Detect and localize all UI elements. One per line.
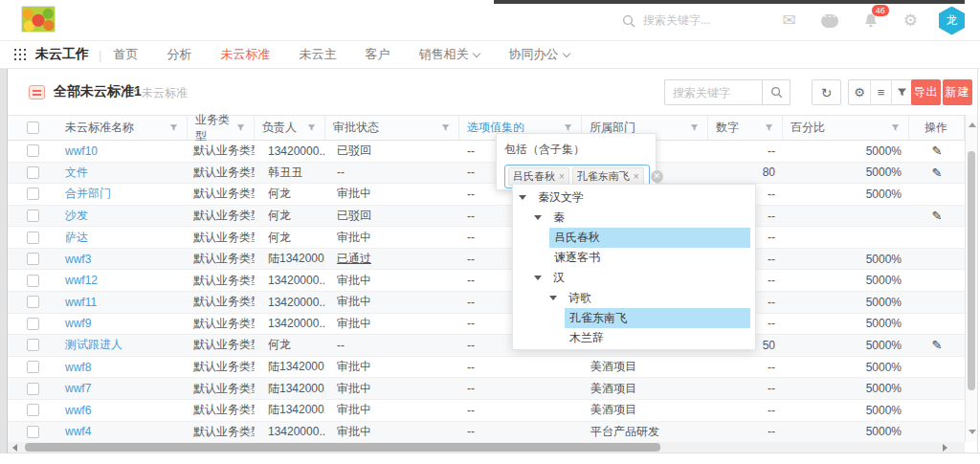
row-checkbox[interactable]: [27, 210, 39, 222]
vertical-scrollbar[interactable]: [965, 115, 977, 442]
tree-node[interactable]: 秦: [513, 208, 755, 228]
tree-node-label[interactable]: 诗歌: [564, 288, 750, 308]
tree-node-label[interactable]: 孔雀东南飞: [565, 308, 750, 328]
app-logo[interactable]: [21, 6, 56, 33]
edit-pencil-icon[interactable]: ✎: [932, 338, 943, 352]
record-name-link[interactable]: 沙发: [65, 209, 88, 222]
tree-expand-caret-icon[interactable]: [549, 296, 557, 300]
record-name-link[interactable]: wwf10: [65, 144, 98, 158]
tree-node[interactable]: 谏逐客书: [513, 248, 755, 268]
tree-node-label[interactable]: 木兰辞: [565, 328, 750, 348]
tree-node-label[interactable]: 汉: [548, 268, 750, 288]
nav-item-7[interactable]: 协同办公: [508, 46, 569, 63]
scroll-left-arrow[interactable]: [12, 444, 17, 452]
row-checkbox[interactable]: [27, 383, 39, 395]
tree-expand-caret-icon[interactable]: [534, 276, 542, 280]
tree-node[interactable]: 汉: [513, 268, 755, 288]
nav-item-4[interactable]: 未云主: [299, 46, 336, 63]
scroll-up-arrow[interactable]: [969, 122, 976, 127]
view-title[interactable]: 全部未云标准1: [54, 83, 142, 100]
column-settings-gear-icon[interactable]: ⚙: [849, 80, 870, 104]
column-header-9[interactable]: 操作: [909, 116, 965, 140]
export-button[interactable]: 导出: [911, 79, 941, 105]
row-checkbox[interactable]: [27, 318, 39, 330]
tree-node-label[interactable]: 秦: [548, 208, 750, 228]
mail-icon[interactable]: ✉: [783, 11, 796, 31]
row-checkbox[interactable]: [27, 426, 39, 438]
row-checkbox[interactable]: [27, 339, 39, 351]
tree-node-label[interactable]: 吕氏春秋: [549, 228, 750, 248]
filter-funnel-icon[interactable]: [441, 123, 450, 132]
record-name-link[interactable]: wwf7: [65, 382, 91, 395]
row-checkbox[interactable]: [27, 144, 39, 157]
filter-funnel-icon[interactable]: [169, 123, 178, 132]
edit-pencil-icon[interactable]: ✎: [932, 166, 943, 180]
horizontal-scrollbar[interactable]: [8, 442, 965, 453]
scroll-right-arrow[interactable]: [943, 444, 947, 452]
record-name-link[interactable]: wwf11: [65, 296, 97, 309]
record-name-link[interactable]: wwf8: [65, 361, 91, 374]
tree-node[interactable]: 木兰辞: [513, 328, 755, 348]
record-name-link[interactable]: 萨达: [65, 231, 88, 244]
tree-node[interactable]: 秦汉文学: [513, 188, 755, 208]
app-grid-icon[interactable]: [14, 49, 26, 60]
tree-expand-caret-icon[interactable]: [519, 195, 526, 200]
filter-funnel-icon[interactable]: [765, 123, 773, 132]
remove-tag-icon[interactable]: ×: [559, 171, 565, 182]
row-checkbox[interactable]: [27, 361, 39, 373]
refresh-button[interactable]: ↻: [812, 79, 841, 105]
edit-pencil-icon[interactable]: ✎: [932, 144, 943, 158]
record-name-link[interactable]: 合并部门: [65, 187, 111, 200]
horizontal-scroll-thumb[interactable]: [25, 443, 660, 452]
create-button[interactable]: 新建: [943, 79, 972, 105]
notifications-bell-icon[interactable]: 46: [863, 12, 879, 29]
select-all-checkbox[interactable]: [27, 122, 39, 134]
list-view-icon[interactable]: ≡: [870, 80, 891, 104]
tree-node[interactable]: 吕氏春秋: [513, 228, 755, 248]
filter-funnel-icon[interactable]: [236, 123, 245, 132]
list-search-button[interactable]: [762, 79, 791, 105]
filter-funnel-icon[interactable]: [891, 123, 900, 132]
vertical-scroll-thumb[interactable]: [968, 151, 975, 390]
workspace-title[interactable]: 未云工作: [35, 46, 89, 63]
clear-input-icon[interactable]: ✕: [651, 170, 663, 183]
nav-item-5[interactable]: 客户: [365, 46, 390, 63]
tree-node[interactable]: 孔雀东南飞: [513, 308, 755, 328]
nav-item-1[interactable]: 首页: [113, 46, 138, 63]
edit-pencil-icon[interactable]: ✎: [932, 209, 943, 223]
row-checkbox[interactable]: [27, 188, 39, 200]
record-name-link[interactable]: 测试跟进人: [65, 338, 122, 351]
chat-icon[interactable]: [821, 14, 838, 28]
filter-funnel-icon[interactable]: [564, 123, 572, 132]
record-name-link[interactable]: wwf3: [65, 253, 91, 266]
avatar[interactable]: 龙: [939, 7, 965, 35]
column-header-8[interactable]: 百分比: [783, 116, 909, 140]
record-name-link[interactable]: wwf9: [65, 317, 91, 330]
filter-funnel-icon[interactable]: [307, 123, 316, 132]
record-name-link[interactable]: wwf6: [65, 404, 91, 417]
row-checkbox[interactable]: [27, 275, 39, 287]
settings-gear-icon[interactable]: ⚙: [903, 11, 918, 31]
record-name-link[interactable]: wwf12: [65, 274, 98, 287]
scroll-down-arrow[interactable]: [969, 430, 976, 434]
tree-node[interactable]: 诗歌: [513, 288, 755, 308]
column-header-1[interactable]: 未云标准名称: [57, 116, 188, 140]
column-header-7[interactable]: 数字: [708, 116, 783, 140]
remove-tag-icon[interactable]: ×: [634, 171, 639, 182]
row-checkbox[interactable]: [27, 166, 39, 179]
tree-node-label[interactable]: 秦汉文学: [533, 188, 750, 208]
nav-item-3[interactable]: 未云标准: [220, 46, 270, 63]
nav-item-2[interactable]: 分析: [167, 46, 191, 63]
tree-expand-caret-icon[interactable]: [534, 215, 542, 220]
row-checkbox[interactable]: [27, 296, 39, 308]
filter-funnel-icon[interactable]: [891, 80, 912, 104]
column-header-2[interactable]: 业务类型: [188, 116, 255, 140]
row-checkbox[interactable]: [27, 253, 39, 265]
row-checkbox[interactable]: [27, 404, 39, 416]
column-header-3[interactable]: 负责人: [255, 116, 325, 140]
column-header-4[interactable]: 审批状态: [325, 116, 459, 140]
nav-item-6[interactable]: 销售相关: [418, 46, 479, 63]
tree-node-label[interactable]: 谏逐客书: [549, 248, 750, 268]
row-checkbox[interactable]: [27, 232, 39, 244]
list-search-input[interactable]: [664, 79, 762, 105]
